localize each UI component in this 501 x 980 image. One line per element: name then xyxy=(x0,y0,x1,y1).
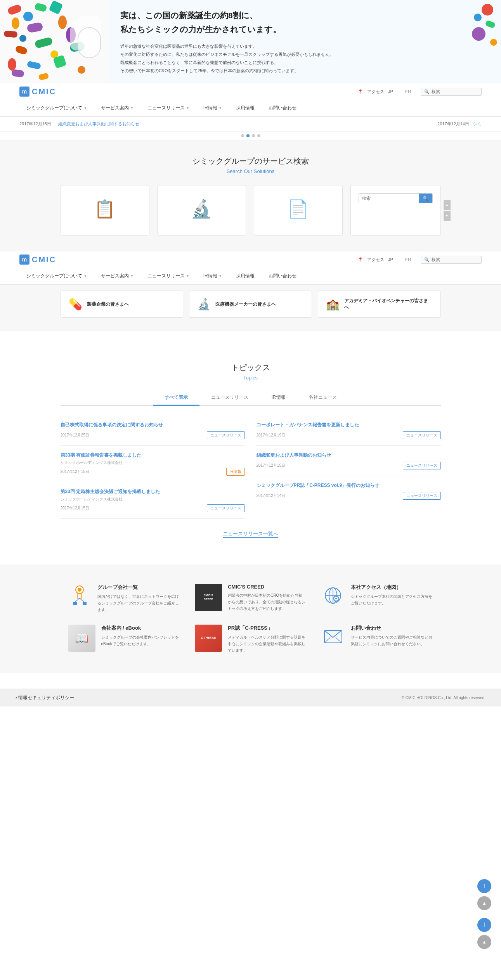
solution-search-button[interactable]: 🔍 xyxy=(419,194,432,203)
solution-search-box: 🔍 xyxy=(350,185,441,235)
news-title-r1[interactable]: コーポレート・ガバナンス報告書を更新しました xyxy=(257,422,441,428)
info-item-creed[interactable]: CMIC'S CREED CMIC'S CREED 創業者の中村が日本初のCRO… xyxy=(195,584,306,613)
pharma-icon: 💊 xyxy=(69,298,82,311)
ebook-desc: シミックグループの会社案内パンフレットをeBookでご覧いただけます。 xyxy=(101,634,180,647)
logo[interactable]: m CMIC xyxy=(19,87,56,97)
contact-content: お問い合わせ サービス内容についてのご質問やご相談などお気軽にシミックにお問い合… xyxy=(351,625,433,647)
nav-item-recruit[interactable]: 採用情報 xyxy=(229,100,262,116)
news-item-3: 第33回 定時株主総会決議ご通知を掲載しました シミックホールディングス株式会社… xyxy=(61,482,245,519)
nav-arrow-about: ▼ xyxy=(84,106,87,110)
ebook-img: 📖 xyxy=(68,625,95,652)
info-item-contact[interactable]: お問い合わせ サービス内容についてのご質問やご相談などお気軽にシミックにお問い合… xyxy=(322,625,433,654)
search-icon-2: 🔍 xyxy=(424,257,430,262)
solution-card-3[interactable]: 📄 xyxy=(254,185,343,235)
lang-jp-2[interactable]: JP xyxy=(388,257,393,262)
audience-inner: 💊 製薬企業の皆さまへ 🔬 医療機器メーカーの皆さまへ 🏫 アカデミア・バイオベ… xyxy=(37,291,464,318)
nav-item-ir-2[interactable]: IR情報 ▼ xyxy=(196,268,229,284)
card-icon-2: 🔬 xyxy=(191,199,212,219)
ticker-dot-3[interactable] xyxy=(252,134,255,137)
info-section: グループ会社一覧 国内だけではなく、世界にネットワークを広げるシミックグループの… xyxy=(0,564,501,673)
svg-rect-2 xyxy=(78,594,81,598)
tab-news[interactable]: ニュースリリース xyxy=(199,390,260,406)
lang-en[interactable]: EN xyxy=(405,89,411,94)
topics-tabs: すべて表示 ニュースリリース IR情報 各社ニュース xyxy=(61,390,441,406)
hero-section: 実は、この国の新薬誕生の約8割に、 私たちシミックの力が生かされています。 近年… xyxy=(0,0,501,83)
lang-jp[interactable]: JP xyxy=(388,89,393,94)
pharma-label: 製薬企業の皆さまへ xyxy=(87,301,129,308)
search-input-2[interactable] xyxy=(432,257,478,262)
ticker-dot-4[interactable] xyxy=(257,134,260,137)
nav-item-services-2[interactable]: サービス案内 ▼ xyxy=(94,268,140,284)
creed-box: CMIC'S CREED xyxy=(195,584,222,611)
access-link-2[interactable]: アクセス xyxy=(367,257,384,263)
audience-card-academia[interactable]: 🏫 アカデミア・バイオベンチャーの皆さまへ xyxy=(318,291,441,318)
creed-title: CMIC'S CREED xyxy=(228,584,306,590)
ticker-date-left: 2017年12月15日 xyxy=(19,121,51,127)
info-item-cpress[interactable]: C-PRESS PR誌「C-PRESS」 メディカル・ヘルスケア分野に関する話題… xyxy=(195,625,306,654)
nav-item-about-2[interactable]: シミックグループについて ▼ xyxy=(19,268,94,284)
access-link[interactable]: アクセス xyxy=(367,89,384,95)
news-title-2[interactable]: 第33期 有価証券報告書を掲載しました xyxy=(61,452,245,459)
solution-card-1[interactable]: 📋 xyxy=(61,185,149,235)
news-title-r2[interactable]: 組織変更および人事異動のお知らせ xyxy=(257,452,441,459)
audience-section: 💊 製薬企業の皆さまへ 🔬 医療機器メーカーの皆さまへ 🏫 アカデミア・バイオベ… xyxy=(0,285,501,331)
logo-2[interactable]: m CMIC xyxy=(19,255,56,265)
scroll-up-button[interactable]: ▲ xyxy=(444,200,451,210)
ticker-text-right[interactable]: シミ xyxy=(473,121,482,127)
cpress-img: C-PRESS xyxy=(195,625,222,652)
audience-card-pharma[interactable]: 💊 製薬企業の皆さまへ xyxy=(61,291,184,318)
nav-item-news-2[interactable]: ニュースリリース ▼ xyxy=(140,268,196,284)
info-item-ebook[interactable]: 📖 会社案内 / eBook シミックグループの会社案内パンフレットをeBook… xyxy=(68,625,180,654)
hero-text-block: 実は、この国の新薬誕生の約8割に、 私たちシミックの力が生かされています。 近年… xyxy=(114,1,501,82)
news-date-r3: 2017年12月14日 xyxy=(257,493,286,499)
header-search-box[interactable]: 🔍 xyxy=(421,88,482,96)
logo-text: CMIC xyxy=(32,87,56,96)
nav-item-recruit-2[interactable]: 採用情報 xyxy=(229,268,262,284)
tab-all[interactable]: すべて表示 xyxy=(153,390,199,406)
lang-en-2[interactable]: EN xyxy=(405,257,411,262)
solution-search-input[interactable] xyxy=(359,194,419,203)
card-icon-1: 📋 xyxy=(94,199,116,219)
meddevice-label: 医療機器メーカーの皆さまへ xyxy=(215,301,276,308)
topics-section: トピックス Topics すべて表示 ニュースリリース IR情報 各社ニュース xyxy=(0,347,501,557)
news-title-r3[interactable]: シミックグループPR誌「C-PRESS vol.9」発行のお知らせ xyxy=(257,482,441,489)
news-more-link[interactable]: ニュースリリース一覧へ xyxy=(223,531,278,538)
audience-card-meddevice[interactable]: 🔬 医療機器メーカーの皆さまへ xyxy=(189,291,312,318)
news-item-r3: シミックグループPR誌「C-PRESS vol.9」発行のお知らせ 2017年1… xyxy=(257,476,441,506)
header-search-box-2[interactable]: 🔍 xyxy=(421,256,482,264)
news-title-3[interactable]: 第33回 定時株主総会決議ご通知を掲載しました xyxy=(61,488,245,495)
header-right: 📍 アクセス JP ｜ EN 🔍 xyxy=(358,88,482,96)
ticker-dot-1[interactable] xyxy=(241,134,244,137)
contact-title: お問い合わせ xyxy=(351,625,433,632)
hero-body: 近年の急激な社会変化は医薬品の世界にも大きな影響を与えています。 その変化に対応… xyxy=(120,42,482,75)
lang-sep: ｜ xyxy=(397,89,401,95)
audience-cards: 💊 製薬企業の皆さまへ 🔬 医療機器メーカーの皆さまへ 🏫 アカデミア・バイオベ… xyxy=(61,291,441,318)
search-input[interactable] xyxy=(432,89,478,94)
access-desc: シミックグループ本社の地図とアクセス方法をご覧いただけます。 xyxy=(351,593,433,606)
nav-item-contact-2[interactable]: お問い合わせ xyxy=(262,268,303,284)
search-field-wrap[interactable]: 🔍 xyxy=(359,193,433,203)
ticker-bar: 2017年12月15日 組織変更および人事異動に関するお知らせ 2017年12月… xyxy=(0,117,501,132)
nav-arrow-news-2: ▼ xyxy=(186,274,189,278)
contact-desc: サービス内容についてのご質問やご相談などお気軽にシミックにお問い合わせください。 xyxy=(351,634,433,647)
ticker-dot-2[interactable] xyxy=(246,134,250,137)
tab-ir[interactable]: IR情報 xyxy=(260,390,297,406)
nav-item-news[interactable]: ニュースリリース ▼ xyxy=(140,100,196,116)
solution-card-2[interactable]: 🔬 xyxy=(157,185,246,235)
nav-item-ir[interactable]: IR情報 ▼ xyxy=(196,100,229,116)
meddevice-icon: 🔬 xyxy=(197,298,211,311)
news-item-1: 自己株式取得に係る事項の決定に関するお知らせ 2017年12月25日 ニュースリ… xyxy=(61,416,245,446)
nav-item-contact[interactable]: お問い合わせ xyxy=(262,100,303,116)
scroll-down-button[interactable]: ▼ xyxy=(444,211,451,221)
svg-rect-5 xyxy=(73,602,77,605)
ticker-text[interactable]: 組織変更および人事異動に関するお知らせ xyxy=(58,121,139,127)
news-title-1[interactable]: 自己株式取得に係る事項の決定に関するお知らせ xyxy=(61,422,245,428)
news-tag-r3: ニュースリリース xyxy=(403,492,441,500)
info-item-group[interactable]: グループ会社一覧 国内だけではなく、世界にネットワークを広げるシミックグループの… xyxy=(68,584,180,613)
nav-item-services[interactable]: サービス案内 ▼ xyxy=(94,100,140,116)
info-item-access[interactable]: 本社アクセス（地図） シミックグループ本社の地図とアクセス方法をご覧いただけます… xyxy=(322,584,433,613)
footer-copyright: © CMIC HOLDINGS Co., Ltd. All rights res… xyxy=(402,696,485,700)
svg-rect-6 xyxy=(83,602,87,605)
nav-item-about[interactable]: シミックグループについて ▼ xyxy=(19,100,94,116)
tab-company-news[interactable]: 各社ニュース xyxy=(297,390,348,406)
